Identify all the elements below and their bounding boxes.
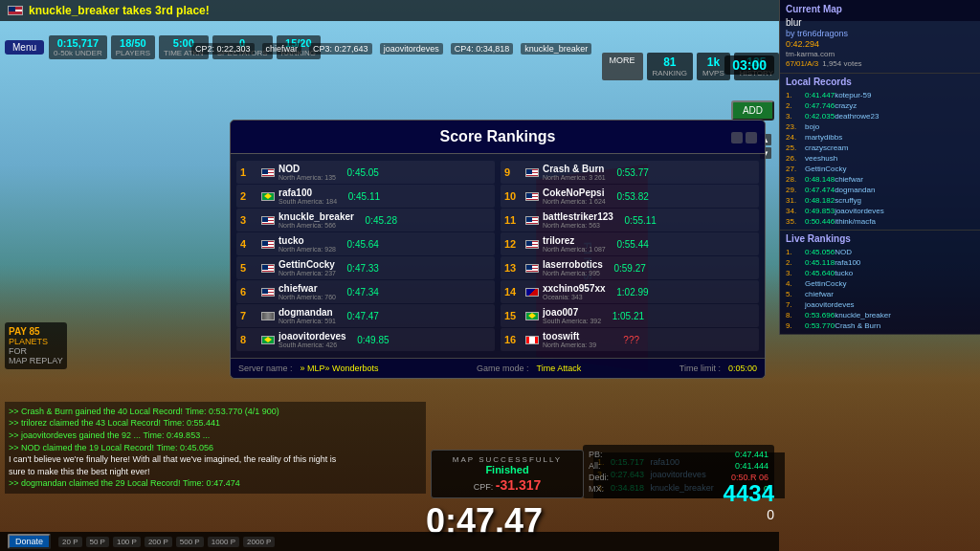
mvps-value: 1k [702, 55, 724, 69]
map-author-row: by tr6n6dragons [786, 29, 974, 38]
table-row: 11 battlestriker123 North America: 563 0… [501, 209, 759, 231]
all-row: All: 0:41.444 [589, 460, 768, 472]
chat-line-4: >> NOD claimed the 19 Local Record! Time… [9, 442, 422, 454]
table-row: 15 joao007 South America: 392 1:05.21 [501, 304, 759, 327]
table-row: 9 Crash & Burn North America: 3 261 0:53… [501, 161, 759, 184]
footer-mode: Game mode : Time Attack [477, 364, 581, 373]
record-27: 27. GettinCocky [786, 164, 974, 174]
menu-button[interactable]: Menu [5, 40, 44, 55]
game-timer: 03:00 [724, 55, 774, 75]
score-header: Score Rankings [231, 121, 765, 154]
record-26: 26. veeshush [786, 153, 974, 164]
toggle-btn-2[interactable] [746, 132, 757, 143]
table-row: 5 GettinCocky North America: 237 0:47.33 [236, 256, 495, 279]
flag-us [525, 240, 539, 249]
ranking-label: RANKING [653, 69, 687, 77]
br-timer-value: 4434 [724, 480, 774, 507]
footer-timelimit: Time limit : 0:05:00 [679, 364, 757, 373]
player-info: dogmandan North America: 591 [278, 307, 336, 324]
flag-us [525, 192, 539, 201]
pay-line4: MAP REPLAY [9, 356, 63, 365]
live-3: 3. 0:45.640 tucko [786, 268, 974, 278]
live-2: 2. 0:45.118 rafa100 [786, 257, 974, 268]
record-31: 31. 0:48.182 scruffyg [786, 195, 974, 206]
cp3-label: CP3: 0:27,643 [309, 43, 372, 55]
record-23: 23. bojo [786, 121, 974, 132]
live-1: 1. 0:45.056 NOD [786, 247, 974, 257]
player-info: laserrobotics North America: 995 [543, 259, 603, 276]
stat-score: 0:15,717 0-50k UNDER [49, 35, 107, 59]
donate-button[interactable]: Donate [8, 534, 51, 549]
pay-line2: PLANETS [9, 337, 63, 346]
pb-row: PB: 0:47.441 [589, 449, 768, 460]
flag-au [525, 288, 539, 297]
player-info: tooswift North America: 39 [543, 331, 596, 348]
ranking-block: 81 RANKING [647, 53, 693, 80]
map-rating-row: 67/01/A/3 1,954 votes [786, 59, 974, 68]
flag-us [261, 216, 275, 225]
player-info: CokeNoPepsi North America: 1 624 [543, 187, 606, 205]
map-time-row: 0:42.294 [786, 39, 974, 49]
chat-line-2: >> trilorez claimed the 43 Local Record!… [9, 417, 422, 430]
score-column-1: 1 NOD North America: 135 0:45.05 2 rafa1… [236, 160, 495, 352]
player-info: NOD North America: 135 [278, 164, 336, 181]
record-3: 3. 0:42.035 deathrowe23 [786, 111, 974, 121]
record-2: 2. 0:47.746 crazyz [786, 100, 974, 111]
player-info: chiefwar North America: 760 [278, 283, 336, 300]
table-row: 14 xxchino957xx Oceania: 343 1:02.99 [501, 280, 759, 303]
map-name-row: blur [786, 17, 974, 28]
table-row: 2 rafa100 South America: 184 0:45.11 [236, 185, 495, 208]
flag-br [261, 336, 275, 344]
live-7: 7. joaovitordeves [786, 299, 974, 310]
chat-line-5: I can't believe we're finally here! With… [9, 453, 422, 466]
table-row: 4 tucko North America: 928 0:45.64 [236, 232, 495, 255]
donate-1000[interactable]: 1000 P [208, 537, 239, 547]
bottom-right-display: 4434 0 [724, 480, 774, 522]
notification-flag [8, 6, 23, 15]
add-button[interactable]: ADD [731, 100, 774, 121]
stat-players: 18/50 PLAYERS [111, 35, 155, 59]
toggle-btn-1[interactable] [731, 132, 743, 143]
record-28: 28. 0:48.148 chiefwar [786, 174, 974, 185]
br-zero: 0 [724, 507, 774, 522]
score-header-wrapper: Score Rankings [231, 121, 765, 154]
pay-line1: PAY 85 [9, 326, 63, 337]
score-title: Score Rankings [440, 128, 556, 144]
map-name: blur [786, 17, 802, 28]
donate-20[interactable]: 20 P [58, 537, 81, 547]
donate-50[interactable]: 50 P [86, 537, 109, 547]
finished-panel: MAP SUCCESSFULLY Finished CPF: -31.317 [431, 450, 584, 498]
donate-500[interactable]: 500 P [176, 537, 204, 547]
live-4: 4. GettinCocky [786, 278, 974, 289]
live-rankings-section: Live Rankings 1. 0:45.056 NOD 2. 0:45.11… [780, 231, 980, 335]
flag-us [525, 264, 539, 273]
cp3-player: joaovitordeves [380, 43, 443, 55]
table-row: 10 CokeNoPepsi North America: 1 624 0:53… [501, 185, 759, 208]
table-row: 16 tooswift North America: 39 ??? [501, 328, 759, 351]
cp2-player: chiefwar [262, 43, 302, 55]
chat-line-3: >> joaovitordeves gained the 92 ... Time… [9, 430, 422, 442]
table-row: 7 dogmandan North America: 591 0:47.47 [236, 304, 495, 327]
chat-area: >> Crash & Burn gained the 40 Local Reco… [5, 402, 426, 494]
flag-us [261, 240, 275, 249]
current-map-section: Current Map blur by tr6n6dragons 0:42.29… [780, 0, 980, 74]
map-votes: 1,954 votes [822, 59, 861, 68]
flag-us [261, 288, 275, 297]
donate-100[interactable]: 100 P [113, 537, 141, 547]
donate-200[interactable]: 200 P [145, 537, 172, 547]
right-panel: Current Map blur by tr6n6dragons 0:42.29… [779, 0, 980, 335]
player-info: Crash & Burn North America: 3 261 [543, 164, 606, 181]
map-author: by tr6n6dragons [786, 29, 848, 38]
chat-line-7: >> dogmandan claimed the 29 Local Record… [9, 477, 422, 490]
more-button[interactable]: MORE [602, 53, 643, 80]
notification-text: knuckle_breaker takes 3rd place! [29, 4, 210, 17]
donate-2000[interactable]: 2000 P [243, 537, 275, 547]
footer-server: Server name : » MLP» Wonderbots [238, 364, 378, 373]
pay-panel: PAY 85 PLANETS FOR MAP REPLAY [5, 322, 67, 369]
stat-players-label: PLAYERS [116, 49, 150, 57]
mvps-label: MVPS [702, 69, 724, 77]
donate-bar: Donate 20 P 50 P 100 P 200 P 500 P 1000 … [0, 532, 779, 551]
flag-us [261, 264, 275, 273]
map-server: tm-karma.com [786, 50, 835, 58]
pay-line3: FOR [9, 346, 63, 356]
